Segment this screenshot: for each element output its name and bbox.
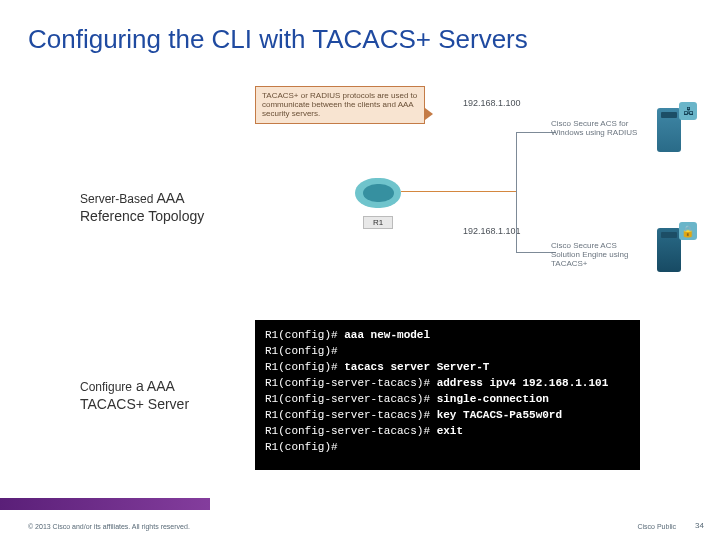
router-label: R1 [363,216,393,229]
router-icon [355,178,401,208]
link-line [516,132,517,253]
topology-heading: Server-Based AAA Reference Topology [80,190,204,225]
server-tacacs-icon: 🔒 [647,224,691,280]
topology-diagram: TACACS+ or RADIUS protocols are used to … [255,86,695,286]
callout-arrow-icon [425,108,433,120]
slide: Configuring the CLI with TACACS+ Servers… [0,0,720,540]
server2-caption: Cisco Secure ACS Solution Engine using T… [551,242,641,268]
link-line [401,191,516,192]
accent-bar [0,498,210,510]
link-line [516,132,556,133]
server1-caption: Cisco Secure ACS for Windows using RADIU… [551,120,641,138]
server-radius-icon: 🖧 [647,104,691,160]
cisco-public-label: Cisco Public [637,523,676,530]
server1-ip: 192.168.1.100 [463,98,521,108]
lock-icon: 🔒 [679,222,697,240]
link-line [516,252,556,253]
cli-terminal: R1(config)# aaa new-model R1(config)# R1… [255,320,640,470]
page-title: Configuring the CLI with TACACS+ Servers [28,24,528,55]
network-icon: 🖧 [679,102,697,120]
copyright-text: © 2013 Cisco and/or its affiliates. All … [28,523,190,530]
page-number: 34 [695,521,704,530]
protocol-callout: TACACS+ or RADIUS protocols are used to … [255,86,425,124]
footer: © 2013 Cisco and/or its affiliates. All … [0,510,720,540]
configure-heading: Configure a AAA TACACS+ Server [80,378,189,413]
server2-ip: 192.168.1.101 [463,226,521,236]
